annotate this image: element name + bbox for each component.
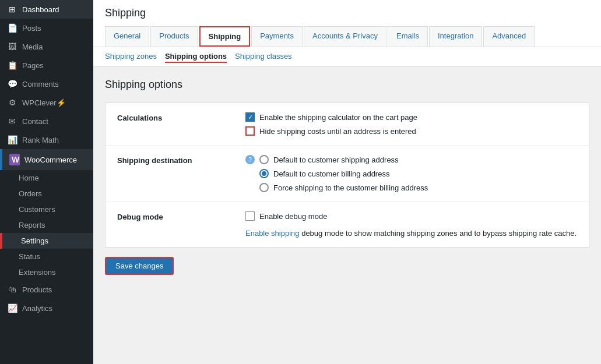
- media-icon: 🖼: [7, 42, 17, 51]
- sidebar-item-dashboard[interactable]: ⊞ Dashboard: [0, 0, 93, 19]
- settings-row-calculations: Calculations ✓ Enable the shipping calcu…: [106, 103, 589, 146]
- sidebar-item-customers[interactable]: Customers: [0, 202, 93, 217]
- debug-label: Debug mode: [117, 211, 234, 221]
- wpclever-icon: ⚙: [7, 98, 17, 107]
- woo-icon: W: [9, 154, 20, 165]
- settings-table: Calculations ✓ Enable the shipping calcu…: [105, 103, 589, 248]
- debug-control: Enable debug mode Enable shipping debug …: [245, 211, 577, 238]
- dest-billing-label: Default to customer billing address: [273, 169, 389, 178]
- destination-options: Default to customer shipping address Def…: [259, 155, 428, 192]
- sidebar: ⊞ Dashboard 📄 Posts 🖼 Media 📋 Pages 💬 Co…: [0, 0, 93, 364]
- sidebar-woocommerce-header[interactable]: W WooCommerce: [0, 149, 93, 170]
- debug-checkbox-label: Enable debug mode: [259, 212, 327, 221]
- posts-icon: 📄: [7, 23, 17, 33]
- sidebar-item-reports[interactable]: Reports: [0, 217, 93, 233]
- sidebar-item-products[interactable]: 🛍 Products: [0, 280, 93, 299]
- sidebar-item-home[interactable]: Home: [0, 170, 93, 186]
- help-icon[interactable]: ?: [245, 155, 255, 164]
- dest-billing-row: Default to customer billing address: [259, 169, 428, 178]
- dest-force-billing-radio[interactable]: [259, 183, 269, 192]
- debug-checkbox-row: Enable debug mode: [245, 211, 577, 221]
- pages-icon: 📋: [7, 61, 17, 70]
- tab-emails[interactable]: Emails: [388, 26, 428, 47]
- subtab-shipping-classes[interactable]: Shipping classes: [235, 51, 292, 63]
- sidebar-item-posts[interactable]: 📄 Posts: [0, 19, 93, 37]
- calc-hide-row: Hide shipping costs until an address is …: [245, 126, 577, 136]
- debug-help-suffix: debug mode to show matching shipping zon…: [301, 229, 577, 238]
- content-area: Shipping options Calculations ✓ Enable t…: [93, 67, 601, 364]
- save-button[interactable]: Save changes: [105, 257, 174, 275]
- analytics-icon: 📈: [7, 303, 17, 313]
- calculations-control: ✓ Enable the shipping calculator on the …: [245, 112, 577, 136]
- sidebar-item-label: WPClever⚡: [22, 98, 66, 107]
- page-title: Shipping: [105, 7, 589, 19]
- sidebar-item-label: Analytics: [22, 304, 52, 313]
- section-title: Shipping options: [105, 79, 589, 91]
- dest-shipping-label: Default to customer shipping address: [273, 156, 399, 164]
- rankmath-icon: 📊: [7, 135, 17, 144]
- page-title-bar: Shipping General Products Shipping Payme…: [93, 0, 601, 47]
- tab-accounts-privacy[interactable]: Accounts & Privacy: [304, 26, 386, 47]
- dest-force-billing-label: Force shipping to the customer billing a…: [273, 183, 428, 192]
- sidebar-item-contact[interactable]: ✉ Contact: [0, 112, 93, 130]
- dest-shipping-radio[interactable]: [259, 155, 269, 164]
- main-content: Shipping General Products Shipping Payme…: [93, 0, 601, 364]
- sidebar-woocommerce-label: WooCommerce: [24, 156, 77, 164]
- contact-icon: ✉: [7, 116, 17, 126]
- sidebar-item-analytics[interactable]: 📈 Analytics: [0, 299, 93, 317]
- checkmark-icon: ✓: [248, 114, 253, 121]
- sidebar-item-label: Comments: [22, 80, 59, 89]
- sub-tabs-row: Shipping zones Shipping options Shipping…: [93, 47, 601, 67]
- comments-icon: 💬: [7, 79, 17, 89]
- debug-mode-content: Enable debug mode Enable shipping debug …: [245, 211, 577, 238]
- tabs-row: General Products Shipping Payments Accou…: [105, 26, 589, 47]
- sidebar-item-status[interactable]: Status: [0, 249, 93, 264]
- dashboard-icon: ⊞: [7, 5, 17, 14]
- products-icon: 🛍: [7, 285, 17, 294]
- sidebar-item-label: Pages: [22, 61, 44, 70]
- destination-label-row: Shipping destination: [117, 156, 234, 165]
- debug-help-link[interactable]: Enable shipping: [245, 229, 301, 238]
- debug-checkbox[interactable]: [245, 211, 255, 221]
- sidebar-item-label: Posts: [22, 24, 41, 33]
- tab-general[interactable]: General: [105, 26, 149, 47]
- debug-help-text: Enable shipping debug mode to show match…: [245, 229, 577, 238]
- dest-billing-radio[interactable]: [259, 169, 269, 178]
- calculations-label: Calculations: [117, 112, 234, 122]
- calc-enable-checkbox[interactable]: ✓: [245, 112, 255, 122]
- sidebar-item-label: Media: [22, 43, 43, 51]
- calc-enable-label: Enable the shipping calculator on the ca…: [259, 113, 417, 122]
- tab-integration[interactable]: Integration: [429, 26, 482, 47]
- calc-hide-checkbox[interactable]: [245, 126, 255, 136]
- tab-payments[interactable]: Payments: [251, 26, 303, 47]
- calc-hide-label: Hide shipping costs until an address is …: [259, 127, 416, 136]
- sidebar-item-label: Products: [22, 285, 52, 294]
- tab-products[interactable]: Products: [150, 26, 198, 47]
- sidebar-item-settings[interactable]: Settings: [0, 233, 93, 249]
- dest-force-billing-row: Force shipping to the customer billing a…: [259, 183, 428, 192]
- destination-control: ? Default to customer shipping address D…: [245, 155, 577, 192]
- settings-row-debug: Debug mode Enable debug mode Enable ship…: [106, 202, 589, 247]
- tab-shipping[interactable]: Shipping: [199, 26, 251, 47]
- sidebar-item-orders[interactable]: Orders: [0, 186, 93, 202]
- subtab-shipping-options[interactable]: Shipping options: [165, 51, 227, 63]
- subtab-shipping-zones[interactable]: Shipping zones: [105, 51, 157, 63]
- settings-row-destination: Shipping destination ? Default to custom…: [106, 146, 589, 202]
- sidebar-item-rankmath[interactable]: 📊 Rank Math: [0, 130, 93, 149]
- tab-advanced[interactable]: Advanced: [483, 26, 535, 47]
- calc-enable-row: ✓ Enable the shipping calculator on the …: [245, 112, 577, 122]
- destination-label: Shipping destination: [117, 155, 234, 165]
- sidebar-item-comments[interactable]: 💬 Comments: [0, 75, 93, 93]
- sidebar-item-extensions[interactable]: Extensions: [0, 264, 93, 280]
- woocommerce-submenu: Home Orders Customers Reports Settings S…: [0, 170, 93, 280]
- save-bar: Save changes: [105, 248, 589, 275]
- sidebar-item-wpclever[interactable]: ⚙ WPClever⚡: [0, 93, 93, 112]
- sidebar-item-media[interactable]: 🖼 Media: [0, 37, 93, 56]
- dest-shipping-row: Default to customer shipping address: [259, 155, 428, 164]
- sidebar-item-pages[interactable]: 📋 Pages: [0, 56, 93, 75]
- sidebar-item-label: Contact: [22, 117, 48, 126]
- sidebar-item-label: Dashboard: [22, 5, 59, 14]
- sidebar-item-label: Rank Math: [22, 136, 59, 144]
